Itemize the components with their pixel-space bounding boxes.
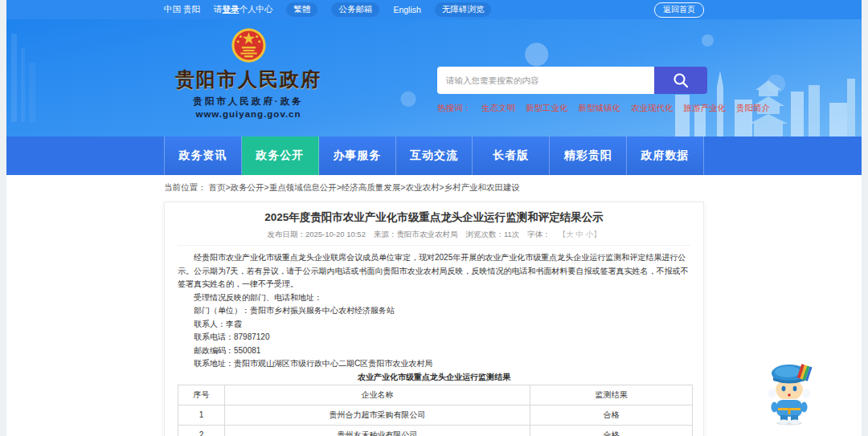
font-size-label: 字体： bbox=[527, 230, 551, 239]
table-row: 2贵州友禾种业有限公司合格 bbox=[178, 425, 693, 436]
nav-item-zhangzhe-ban[interactable]: 长者版 bbox=[473, 137, 550, 175]
article-card: 2025年度贵阳市农业产业化市级重点龙头企业运行监测和评定结果公示 发布日期：2… bbox=[164, 202, 704, 436]
top-utility-bar: 中国 贵阳请登录个人中心繁體公务邮箱English无障碍浏览 返回首页 bbox=[6, 0, 862, 19]
topbar-links: 中国 贵阳请登录个人中心繁體公务邮箱English无障碍浏览 bbox=[164, 2, 491, 17]
monitoring-result-table: 序号企业名称监测结果 1贵州合力超市采购有限公司合格2贵州友禾种业有限公司合格3… bbox=[178, 385, 693, 436]
article-title: 2025年度贵阳市农业产业化市级重点龙头企业运行监测和评定结果公示 bbox=[178, 210, 690, 225]
main-nav-inner: 政务资讯政务公开办事服务互动交流长者版精彩贵阳政府数据 bbox=[164, 137, 704, 175]
view-count: 浏览次数：11次 bbox=[465, 230, 519, 239]
nav-item-zhengwu-zixun[interactable]: 政务资讯 bbox=[164, 137, 242, 175]
hot-search-link[interactable]: 旅游产业化 bbox=[684, 103, 727, 114]
table-header-row: 序号企业名称监测结果 bbox=[178, 385, 693, 405]
link-official-mail[interactable]: 公务邮箱 bbox=[331, 2, 379, 17]
main-nav: 政务资讯政务公开办事服务互动交流长者版精彩贵阳政府数据 bbox=[6, 137, 862, 175]
article-paragraph: 联系电话：87987120 bbox=[178, 331, 690, 344]
site-url: www.guiyang.gov.cn bbox=[164, 109, 333, 119]
topbar-link-text: 个人中心 bbox=[239, 4, 272, 14]
table-header-cell: 企业名称 bbox=[225, 385, 530, 405]
nav-item-jingcai-guiyang[interactable]: 精彩贵阳 bbox=[550, 137, 627, 175]
hot-search-link[interactable]: 生态文明 bbox=[481, 103, 515, 114]
banner-left-buildings-decoration bbox=[10, 26, 66, 130]
article-body: 经贵阳市农业产业化市级重点龙头企业联席会议成员单位审定，现对2025年开展的农业… bbox=[178, 251, 690, 371]
table-cell: 1 bbox=[178, 405, 225, 425]
hot-search-row: 热搜词： 生态文明新型工业化新型城镇化农业现代化旅游产业化贵阳简介 bbox=[437, 103, 707, 114]
table-body: 1贵州合力超市采购有限公司合格2贵州友禾种业有限公司合格3贵州松果鲜农产品有限公… bbox=[178, 405, 693, 436]
link-english[interactable]: English bbox=[393, 5, 420, 14]
table-row: 1贵州合力超市采购有限公司合格 bbox=[178, 405, 693, 425]
topbar-link-text: English bbox=[393, 5, 420, 14]
table-cell: 合格 bbox=[530, 425, 693, 436]
topbar-link-text: 中国 贵阳 bbox=[164, 4, 200, 14]
result-table-title: 农业产业化市级重点龙头企业运行监测结果 bbox=[178, 373, 690, 382]
nav-item-zhengfu-shuju[interactable]: 政府数据 bbox=[627, 137, 704, 175]
table-head: 序号企业名称监测结果 bbox=[178, 385, 693, 405]
article-source: 来源：贵阳市农业农村局 bbox=[374, 230, 458, 239]
breadcrumb-path[interactable]: 首页>政务公开>重点领域信息公开>经济高质量发展>农业农村>乡村产业和农田建设 bbox=[208, 182, 520, 192]
hot-search-label: 热搜词： bbox=[437, 103, 471, 114]
national-emblem-icon bbox=[230, 26, 268, 64]
return-home-button[interactable]: 返回首页 bbox=[654, 2, 704, 18]
browser-viewport: 中国 贵阳请登录个人中心繁體公务邮箱English无障碍浏览 返回首页 bbox=[6, 0, 862, 436]
article-paragraph: 受理情况反映的部门、电话和地址： bbox=[178, 291, 690, 305]
banner-inner: 贵阳市人民政府 贵阳市人民政府·政务 www.guiyang.gov.cn 热搜… bbox=[164, 19, 704, 137]
topbar-link-text: 请 bbox=[214, 4, 223, 14]
nav-item-banshi-fuwu[interactable]: 办事服务 bbox=[319, 137, 396, 175]
link-china-guiyang[interactable]: 中国 贵阳 bbox=[164, 4, 200, 15]
table-cell: 2 bbox=[178, 425, 225, 436]
nav-item-hudong-jiaoliu[interactable]: 互动交流 bbox=[396, 137, 473, 175]
table-cell: 合格 bbox=[530, 405, 693, 425]
article-paragraph: 邮政编码：550081 bbox=[178, 344, 690, 358]
search-block: 热搜词： 生态文明新型工业化新型城镇化农业现代化旅游产业化贵阳简介 bbox=[437, 67, 707, 114]
search-button[interactable] bbox=[654, 67, 707, 94]
site-banner: 贵阳市人民政府 贵阳市人民政府·政务 www.guiyang.gov.cn 热搜… bbox=[6, 19, 862, 137]
hot-search-link[interactable]: 贵阳简介 bbox=[736, 103, 770, 114]
site-subtitle: 贵阳市人民政府·政务 bbox=[164, 96, 333, 108]
font-size-controls[interactable]: 【大 中 小】 bbox=[559, 230, 601, 239]
site-title: 贵阳市人民政府 bbox=[164, 67, 333, 92]
article-paragraph: 部门（单位）：贵阳市乡村振兴服务中心农村经济服务站 bbox=[178, 304, 690, 318]
link-accessibility[interactable]: 无障碍浏览 bbox=[435, 2, 492, 17]
article-paragraph: 经贵阳市农业产业化市级重点龙头企业联席会议成员单位审定，现对2025年开展的农业… bbox=[178, 251, 690, 291]
breadcrumb: 当前位置： 首页>政务公开>重点领域信息公开>经济高质量发展>农业农村>乡村产业… bbox=[164, 175, 704, 202]
hot-search-link[interactable]: 农业现代化 bbox=[631, 103, 674, 114]
hot-search-link[interactable]: 新型工业化 bbox=[526, 103, 568, 114]
topbar-link-text: 繁體 bbox=[293, 4, 310, 14]
article-meta: 发布日期：2025-10-20 10:52 来源：贵阳市农业农村局 浏览次数：1… bbox=[178, 230, 690, 246]
link-traditional-chinese[interactable]: 繁體 bbox=[286, 2, 317, 17]
table-cell: 贵州合力超市采购有限公司 bbox=[225, 405, 530, 425]
search-input[interactable] bbox=[437, 67, 654, 94]
table-header-cell: 序号 bbox=[178, 385, 225, 405]
topbar-link-text: 无障碍浏览 bbox=[442, 4, 485, 14]
link-login-center[interactable]: 请登录个人中心 bbox=[214, 4, 273, 15]
search-icon bbox=[672, 71, 690, 89]
table-header-cell: 监测结果 bbox=[530, 385, 693, 405]
site-logo-block: 贵阳市人民政府 贵阳市人民政府·政务 www.guiyang.gov.cn bbox=[164, 26, 333, 119]
top-utility-bar-inner: 中国 贵阳请登录个人中心繁體公务邮箱English无障碍浏览 返回首页 bbox=[164, 0, 704, 19]
page-content: 当前位置： 首页>政务公开>重点领域信息公开>经济高质量发展>农业农村>乡村产业… bbox=[6, 175, 862, 436]
article-paragraph: 联系地址：贵阳市观山湖区市级行政中心二期C区贵阳市农业农村局 bbox=[178, 357, 690, 371]
mascot-assistant-icon[interactable] bbox=[764, 361, 815, 426]
breadcrumb-label: 当前位置： bbox=[164, 182, 207, 192]
table-cell: 贵州友禾种业有限公司 bbox=[225, 425, 530, 436]
search-row bbox=[437, 67, 707, 94]
topbar-link-text: 公务邮箱 bbox=[338, 4, 372, 14]
article-paragraph: 联系人：李霞 bbox=[178, 318, 690, 332]
hot-search-link[interactable]: 新型城镇化 bbox=[579, 103, 621, 114]
nav-item-zhengwu-gongkai[interactable]: 政务公开 bbox=[242, 137, 319, 175]
login-link[interactable]: 登录 bbox=[222, 4, 239, 14]
publish-date: 发布日期：2025-10-20 10:52 bbox=[267, 230, 366, 239]
